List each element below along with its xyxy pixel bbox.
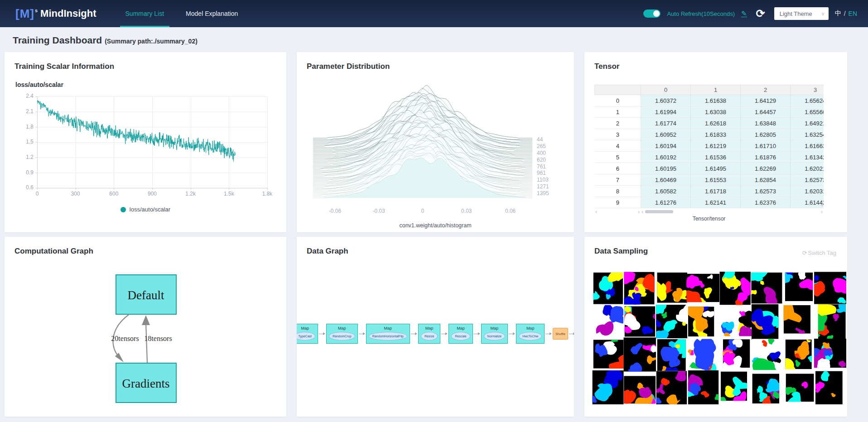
auto-refresh-toggle[interactable] <box>643 10 661 18</box>
scroll-down-icon[interactable]: ∨ <box>820 202 824 207</box>
tensor-cell[interactable]: 1.63038 <box>691 106 741 118</box>
scroll-left-icon[interactable]: ‹ <box>641 210 644 214</box>
scroll-right-icon[interactable]: › <box>637 210 641 214</box>
tensor-cell[interactable]: 1.61342 <box>791 152 824 163</box>
index-scrollbar: ‹ › <box>594 210 641 214</box>
map-op-ellipse[interactable]: Normalize <box>484 332 506 340</box>
tensor-cell[interactable]: 1.60469 <box>641 174 691 186</box>
tensor-cell[interactable]: 1.61833 <box>691 129 741 140</box>
sample-image-mosaic[interactable] <box>592 272 846 404</box>
edge-label-20tensors: 20tensors <box>111 335 139 342</box>
tensor-cell[interactable]: 1.61718 <box>691 186 741 197</box>
card-tensor[interactable]: Tensor 0123 01.603721.616381.641291.6562… <box>584 52 847 232</box>
tensor-cell[interactable]: 1.62618 <box>691 118 741 129</box>
computational-graph-canvas[interactable]: Default Gradients 20tensors 18tensors <box>14 256 276 413</box>
tensor-cell[interactable]: 1.63848 <box>741 118 791 129</box>
card-title-sampling: Data Sampling <box>594 247 837 256</box>
card-parameter-distribution[interactable]: Parameter Distribution conv1.weight/auto… <box>297 52 574 232</box>
tensor-cell[interactable]: 1.61774 <box>641 118 691 129</box>
tab-model-explanation[interactable]: Model Explanation <box>175 0 249 27</box>
card-title-tensor: Tensor <box>594 62 837 71</box>
scroll-thumb[interactable] <box>645 210 673 213</box>
card-data-graph[interactable]: Data Graph Cifar10DatasetMapTypeCastMapR… <box>297 237 574 417</box>
tensor-cell[interactable]: 1.61219 <box>691 140 741 152</box>
tensor-cell[interactable]: 1.61442 <box>791 197 824 208</box>
tensor-row-index: 3 <box>595 129 641 140</box>
pipeline-node-map[interactable]: MapRandomHorizontalFlip <box>366 324 410 344</box>
weight-histogram-chart[interactable] <box>307 84 564 220</box>
pipeline-node-map[interactable]: MapRandomCrop <box>326 324 358 344</box>
tensor-cell[interactable]: 1.62854 <box>741 174 791 186</box>
tensor-cell[interactable]: 1.64457 <box>741 106 791 118</box>
card-data-sampling[interactable]: Data Sampling ⟳Switch Tag <box>584 237 847 417</box>
tensor-cell[interactable]: 1.64129 <box>741 95 791 106</box>
tab-summary-list[interactable]: Summary List <box>115 0 175 27</box>
tensor-cell[interactable]: 1.62376 <box>741 197 791 208</box>
pipeline-node-map[interactable]: MapNormalize <box>481 324 508 344</box>
tensor-cell[interactable]: 1.62573 <box>741 186 791 197</box>
pipeline-node-map[interactable]: MapResize <box>418 324 440 344</box>
tensor-cell[interactable]: 1.65624 <box>791 95 824 106</box>
theme-select[interactable]: Light Theme ∨ <box>774 7 829 20</box>
scroll-left-icon[interactable]: ‹ <box>594 210 598 214</box>
scroll-track[interactable] <box>644 210 820 214</box>
loss-line-chart[interactable] <box>14 90 273 202</box>
tensor-cell[interactable]: 1.62269 <box>741 163 791 174</box>
tensor-row-index: 1 <box>595 106 641 118</box>
map-op-ellipse[interactable]: Rescale <box>451 332 470 340</box>
refresh-icon[interactable]: ⟳ <box>756 8 765 19</box>
pipeline-node-map[interactable]: MapTypeCast <box>297 324 318 344</box>
lang-zh[interactable]: 中 <box>835 10 841 18</box>
node-gradients-label: Gradients <box>122 377 170 390</box>
map-op-ellipse[interactable]: RandomCrop <box>329 332 355 340</box>
edit-interval-icon[interactable]: ✎ <box>741 10 747 17</box>
scroll-right-icon[interactable]: › <box>820 210 824 214</box>
tensor-cell[interactable]: 1.62031 <box>791 186 824 197</box>
pipeline-node-map[interactable]: MapHwcToChw <box>516 324 545 344</box>
scroll-up-icon[interactable]: ∧ <box>820 96 824 101</box>
map-op-ellipse[interactable]: HwcToChw <box>519 332 542 340</box>
tensor-cell[interactable]: 1.61663 <box>791 140 824 152</box>
pipeline-arrow-icon <box>441 332 448 336</box>
pipeline-node-map[interactable]: MapRescale <box>448 324 473 344</box>
map-op-ellipse[interactable]: Resize <box>421 332 438 340</box>
tensor-cell[interactable]: 1.64921 <box>791 118 824 129</box>
tensor-cell[interactable]: 1.61276 <box>641 197 691 208</box>
tensor-cell[interactable]: 1.61710 <box>741 140 791 152</box>
tensor-cell[interactable]: 1.60952 <box>641 129 691 140</box>
tensor-cell[interactable]: 1.62141 <box>691 197 741 208</box>
tensor-cell[interactable]: 1.61638 <box>691 95 741 106</box>
data-pipeline[interactable]: Cifar10DatasetMapTypeCastMapRandomCropMa… <box>297 324 574 344</box>
tensor-col-header: 0 <box>641 85 691 95</box>
tensor-cell[interactable]: 1.65560 <box>791 106 824 118</box>
tensor-cell[interactable]: 1.61994 <box>641 106 691 118</box>
tensor-cell[interactable]: 1.61876 <box>741 152 791 163</box>
tensor-cell[interactable]: 1.61553 <box>691 174 741 186</box>
map-op-ellipse[interactable]: TypeCast <box>297 332 315 340</box>
tensor-cell[interactable]: 1.62805 <box>741 129 791 140</box>
tensor-cell[interactable]: 1.63254 <box>791 129 824 140</box>
tab-summary-list-label: Summary List <box>125 10 164 17</box>
tensor-cell[interactable]: 1.60194 <box>641 140 691 152</box>
tab-model-explanation-label: Model Explanation <box>186 10 238 17</box>
card-training-scalar[interactable]: Training Scalar Information loss/auto/sc… <box>5 52 286 232</box>
tensor-cell[interactable]: 1.60582 <box>641 186 691 197</box>
tensor-cell[interactable]: 1.61495 <box>691 163 741 174</box>
lang-en[interactable]: EN <box>849 10 857 17</box>
scroll-track[interactable] <box>598 210 637 214</box>
tensor-cell[interactable]: 1.60195 <box>641 163 691 174</box>
arrowhead-up <box>142 315 150 325</box>
pipeline-node-shuffle[interactable]: Shuffle <box>553 328 568 340</box>
tensor-cell[interactable]: 1.60372 <box>641 95 691 106</box>
switch-tag-button[interactable]: ⟳Switch Tag <box>802 249 836 256</box>
tensor-cell[interactable]: 1.61536 <box>691 152 741 163</box>
map-op-ellipse[interactable]: RandomHorizontalFlip <box>369 332 407 340</box>
tensor-cell[interactable]: 1.62021 <box>791 163 824 174</box>
toggle-knob <box>653 10 660 17</box>
card-computational-graph[interactable]: Computational Graph Default Gradients 20… <box>5 237 286 417</box>
tensor-cell[interactable]: 1.62573 <box>791 174 824 186</box>
tensor-cell[interactable]: 1.60192 <box>641 152 691 163</box>
scalar-legend[interactable]: loss/auto/scalar <box>14 206 276 213</box>
tensor-row: 21.617741.626181.638481.64921 <box>595 118 824 129</box>
tensor-col-header: 1 <box>691 85 741 95</box>
